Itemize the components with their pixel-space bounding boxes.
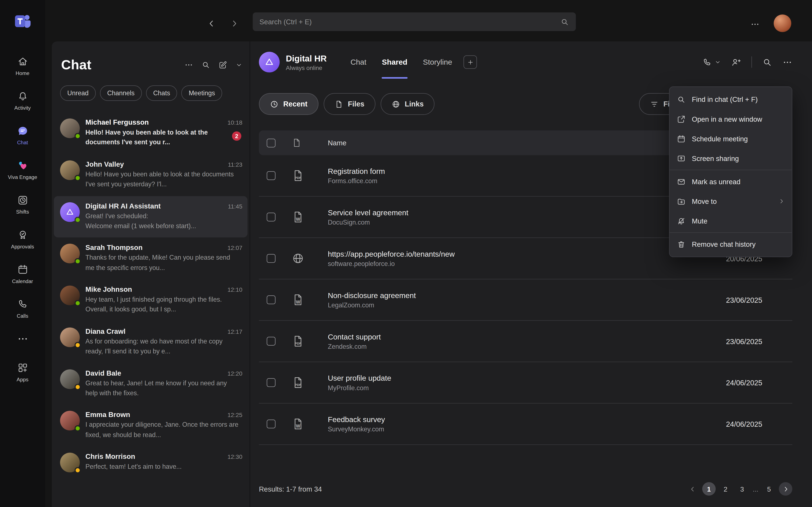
conversation-david-bale[interactable]: David Bale 12:20 Great to hear, Jane! Le…: [54, 363, 248, 405]
submenu-chevron-icon: [778, 198, 784, 204]
rail-item-calendar[interactable]: Calendar: [0, 258, 45, 290]
shared-row-contact-support[interactable]: Contact support Zendesk.com 23/06/2025: [259, 321, 792, 362]
page-button-5[interactable]: 5: [762, 482, 776, 496]
pill-links[interactable]: Links: [380, 93, 435, 115]
more-options-button[interactable]: [782, 57, 792, 67]
filter-chats[interactable]: Chats: [146, 86, 177, 101]
icon-clock: [270, 100, 279, 108]
item-name: https://app.peopleforce.io/tenants/new: [328, 250, 669, 258]
row-checkbox[interactable]: [267, 337, 275, 346]
icon-globe: [391, 100, 400, 108]
row-checkbox[interactable]: [267, 213, 275, 222]
conversation-list: Michael Fergusson 10:18 Hello! Have you …: [52, 103, 250, 507]
forward-button[interactable]: [230, 19, 239, 28]
rail-item-more[interactable]: [0, 327, 45, 354]
item-name: Feedback survey: [328, 415, 669, 424]
item-date: 24/06/2025: [679, 420, 762, 428]
chat-filters-more-button[interactable]: [185, 61, 193, 69]
row-checkbox[interactable]: [267, 171, 275, 180]
rail-item-approvals[interactable]: Approvals: [0, 223, 45, 256]
teams-logo[interactable]: [13, 11, 32, 31]
call-button[interactable]: [702, 57, 721, 67]
select-all-checkbox[interactable]: [267, 138, 275, 147]
icon-apps: [17, 362, 28, 374]
conversation-time: 11:23: [228, 161, 242, 167]
pill-files[interactable]: Files: [323, 93, 375, 115]
teams-app: Home Activity Chat Viva Engage: [0, 0, 812, 507]
rail-item-home[interactable]: Home: [0, 50, 45, 82]
tab-storyline[interactable]: Storyline: [423, 41, 452, 83]
menu-item-open-in-a-new-window[interactable]: Open in a new window: [670, 109, 792, 129]
row-checkbox[interactable]: [267, 295, 275, 304]
item-source: LegalZoom.com: [328, 301, 669, 308]
menu-item-screen-sharing[interactable]: Screen sharing: [670, 149, 792, 168]
rail-item-bell[interactable]: Activity: [0, 84, 45, 117]
conversation-diana-crawl[interactable]: Diana Crawl 12:17 As for onboarding: we …: [54, 321, 248, 363]
conversation-time: 12:25: [227, 412, 242, 418]
conversation-name: John Valley: [86, 160, 224, 168]
item-source: MyProfile.com: [328, 384, 669, 391]
menu-item-find-in-chat-ctrl-f[interactable]: Find in chat (Ctrl + F): [670, 90, 792, 109]
conversation-digital-hr-ai-assistant[interactable]: Digital HR AI Assistant 11:45 Great! I'v…: [54, 196, 248, 238]
presence-status: Always online: [286, 64, 327, 70]
back-button[interactable]: [207, 19, 216, 28]
new-chat-button[interactable]: [218, 61, 227, 69]
conversation-sarah-thompson[interactable]: Sarah Thompson 12:07 Thanks for the upda…: [54, 238, 248, 279]
chevron-left-icon: [689, 486, 696, 492]
conversation-john-valley[interactable]: John Valley 11:23 Hello! Have you been a…: [54, 154, 248, 196]
rail-item-shifts[interactable]: Shifts: [0, 188, 45, 221]
shared-row-non-disclosure-agreement[interactable]: Non-disclosure agreement LegalZoom.com 2…: [259, 279, 792, 321]
page-button-3[interactable]: 3: [735, 482, 749, 496]
rail-item-viva[interactable]: Viva Engage: [0, 154, 45, 186]
pagination: 1 2 3 ... 5: [686, 482, 792, 496]
shared-row-user-profile-update[interactable]: User profile update MyProfile.com 24/06/…: [259, 362, 792, 403]
rail-item-apps[interactable]: Apps: [0, 356, 45, 389]
menu-item-mute[interactable]: Mute: [670, 211, 792, 231]
row-checkbox[interactable]: [267, 419, 275, 429]
menu-item-remove-chat-history[interactable]: Remove chat history: [670, 234, 792, 254]
tab-chat[interactable]: Chat: [351, 41, 366, 83]
row-checkbox[interactable]: [267, 378, 275, 387]
presence-dot: [74, 258, 81, 265]
filter-unread[interactable]: Unread: [60, 86, 96, 101]
icon-mute: [677, 217, 686, 225]
shared-row-feedback-survey[interactable]: Feedback survey SurveyMonkey.com 24/06/2…: [259, 403, 792, 445]
next-page-button[interactable]: [779, 482, 792, 496]
pill-recent[interactable]: Recent: [259, 93, 318, 115]
menu-item-schedule-meeting[interactable]: Schedule meeting: [670, 129, 792, 149]
page-button-[interactable]: ...: [752, 482, 759, 496]
chat-panel-title: Chat: [61, 57, 185, 73]
chat-expand-button[interactable]: [236, 61, 242, 68]
icon-bell: [17, 91, 28, 102]
topbar-more-button[interactable]: [751, 20, 760, 29]
find-in-chat-button[interactable]: [762, 57, 772, 67]
rail-item-chat[interactable]: Chat: [0, 119, 45, 152]
conversation-emma-brown[interactable]: Emma Brown 12:25 I appreciate your dilig…: [54, 405, 248, 447]
conversation-michael-fergusson[interactable]: Michael Fergusson 10:18 Hello! Have you …: [54, 112, 248, 154]
page-button-2[interactable]: 2: [719, 482, 732, 496]
page-button-1[interactable]: 1: [702, 482, 716, 496]
item-name: Registration form: [328, 167, 669, 175]
row-checkbox[interactable]: [267, 254, 275, 263]
prev-page-button[interactable]: [686, 482, 699, 496]
conversation-chris-morrison[interactable]: Chris Morrison 12:30 Perfect, team! Let'…: [54, 446, 248, 478]
add-tab-button[interactable]: [463, 55, 477, 69]
filter-channels[interactable]: Channels: [100, 86, 142, 101]
filter-meetings[interactable]: Meetings: [182, 86, 222, 101]
menu-item-move-to[interactable]: Move to: [670, 191, 792, 211]
add-people-button[interactable]: [731, 57, 741, 67]
global-search-box[interactable]: [253, 12, 576, 31]
tab-shared[interactable]: Shared: [382, 41, 407, 83]
item-source: software.peopleforce.io: [328, 260, 669, 267]
search-icon: [762, 57, 772, 67]
avatar: [60, 327, 80, 347]
user-avatar[interactable]: [774, 14, 791, 32]
conversation-name: Diana Crawl: [86, 327, 223, 335]
chat-list-panel: Chat Unread Channels Chats Meetings: [52, 41, 250, 507]
bot-logo-icon: [65, 207, 75, 217]
chat-search-button[interactable]: [202, 61, 210, 69]
conversation-mike-johnson[interactable]: Mike Johnson 12:10 Hey team, I just fini…: [54, 279, 248, 321]
search-input[interactable]: [259, 18, 560, 25]
rail-item-calls[interactable]: Calls: [0, 292, 45, 325]
menu-item-mark-as-unread[interactable]: Mark as unread: [670, 172, 792, 191]
